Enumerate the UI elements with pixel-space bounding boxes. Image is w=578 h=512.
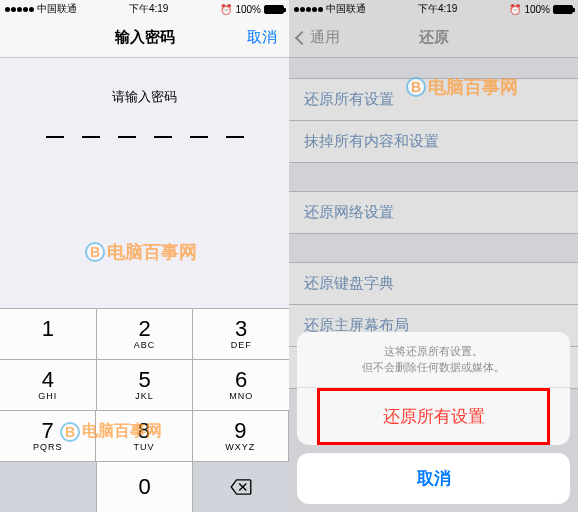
numeric-keypad: 1 2ABC 3DEF 4GHI 5JKL 6MNO 7PQRS 8TUV 9W… (0, 308, 289, 512)
watermark: B电脑百事网 (85, 240, 197, 264)
alarm-icon: ⏰ (509, 4, 521, 15)
back-button[interactable]: 通用 (297, 28, 340, 47)
passcode-prompt: 请输入密码 (0, 88, 289, 106)
key-4[interactable]: 4GHI (0, 360, 97, 410)
nav-title: 输入密码 (115, 28, 175, 47)
nav-bar: 通用 还原 (289, 18, 578, 58)
key-3[interactable]: 3DEF (193, 309, 289, 359)
sheet-cancel-button[interactable]: 取消 (297, 453, 570, 504)
nav-bar: 输入密码 取消 (0, 18, 289, 58)
key-6[interactable]: 6MNO (193, 360, 289, 410)
passcode-area: 请输入密码 (0, 58, 289, 158)
confirm-reset-button[interactable]: 还原所有设置 (320, 391, 547, 442)
passcode-screen: 中国联通 下午4:19 ⏰ 100% 输入密码 取消 请输入密码 B电脑百事网 … (0, 0, 289, 512)
key-5[interactable]: 5JKL (97, 360, 194, 410)
status-bar: 中国联通 下午4:19 ⏰ 100% (289, 0, 578, 18)
carrier-label: 中国联通 (326, 2, 366, 16)
signal-icon (294, 7, 323, 12)
reset-screen: 中国联通 下午4:19 ⏰ 100% 通用 还原 还原所有设置 抹掉所有内容和设… (289, 0, 578, 512)
battery-pct: 100% (524, 4, 550, 15)
action-sheet: 这将还原所有设置。 但不会删除任何数据或媒体。 还原所有设置 取消 (289, 324, 578, 512)
backspace-icon (230, 479, 252, 495)
alarm-icon: ⏰ (220, 4, 232, 15)
key-blank (0, 462, 97, 512)
key-2[interactable]: 2ABC (97, 309, 194, 359)
carrier-label: 中国联通 (37, 2, 77, 16)
passcode-field (0, 136, 289, 138)
backspace-key[interactable] (193, 462, 289, 512)
nav-title: 还原 (419, 28, 449, 47)
key-8[interactable]: 8TUV (96, 411, 192, 461)
signal-icon (5, 7, 34, 12)
sheet-message: 这将还原所有设置。 但不会删除任何数据或媒体。 (297, 332, 570, 388)
key-1[interactable]: 1 (0, 309, 97, 359)
battery-icon (264, 5, 284, 14)
cancel-button[interactable]: 取消 (247, 28, 277, 47)
time-label: 下午4:19 (418, 2, 457, 16)
key-9[interactable]: 9WXYZ (193, 411, 289, 461)
battery-icon (553, 5, 573, 14)
chevron-left-icon (295, 30, 309, 44)
key-7[interactable]: 7PQRS (0, 411, 96, 461)
battery-pct: 100% (235, 4, 261, 15)
key-0[interactable]: 0 (97, 462, 194, 512)
status-bar: 中国联通 下午4:19 ⏰ 100% (0, 0, 289, 18)
time-label: 下午4:19 (129, 2, 168, 16)
